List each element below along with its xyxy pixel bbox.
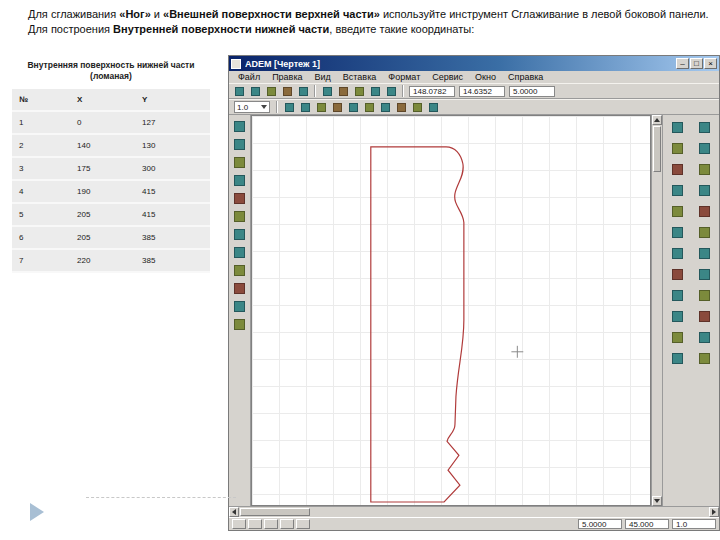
toolbar-view-icons xyxy=(281,100,441,114)
vertical-scroll-thumb[interactable] xyxy=(653,126,661,172)
explode-icon[interactable] xyxy=(665,244,689,263)
menu-item-2[interactable]: Правка xyxy=(266,72,308,82)
vertical-scroll-track[interactable] xyxy=(652,173,662,496)
status-field-1[interactable]: 5.0000 xyxy=(578,519,622,529)
polyline-icon[interactable] xyxy=(231,172,249,188)
coordinate-field-2[interactable]: 14.6352 xyxy=(459,86,505,97)
array-icon[interactable] xyxy=(692,160,716,179)
table-cell: 1 xyxy=(12,111,70,134)
move-icon[interactable] xyxy=(665,118,689,137)
drawing-canvas[interactable] xyxy=(251,115,651,506)
coordinate-field-3[interactable]: 5.0000 xyxy=(509,86,555,97)
measure-distance-icon[interactable] xyxy=(665,328,689,347)
scroll-down-button[interactable] xyxy=(652,496,662,506)
print-preview-icon[interactable] xyxy=(295,84,311,98)
new-file-icon[interactable] xyxy=(231,84,247,98)
zoom-out-icon[interactable] xyxy=(297,100,313,114)
undo-icon[interactable] xyxy=(367,84,383,98)
ortho-icon[interactable] xyxy=(692,307,716,326)
ortho-toggle-icon[interactable] xyxy=(264,519,278,529)
measure-icon[interactable] xyxy=(409,100,425,114)
profile-polyline[interactable] xyxy=(371,147,464,502)
scroll-left-button[interactable] xyxy=(229,507,239,517)
menu-item-3[interactable]: Вид xyxy=(309,72,337,82)
horizontal-scroll-thumb[interactable] xyxy=(240,508,310,516)
point-icon[interactable] xyxy=(231,136,249,152)
scroll-up-button[interactable] xyxy=(652,115,662,125)
close-button[interactable]: × xyxy=(704,58,717,69)
maximize-button[interactable]: □ xyxy=(690,58,703,69)
horizontal-scrollbar[interactable] xyxy=(229,506,719,517)
text-icon[interactable] xyxy=(231,262,249,278)
refresh-icon[interactable] xyxy=(345,100,361,114)
spline-icon[interactable] xyxy=(231,226,249,242)
menu-item-8[interactable]: Справка xyxy=(502,72,549,82)
redo-edit-icon[interactable] xyxy=(692,349,716,368)
undo-edit-icon[interactable] xyxy=(665,349,689,368)
grid-toggle-icon[interactable] xyxy=(361,100,377,114)
layer-toggle-icon[interactable] xyxy=(280,519,294,529)
status-field-2[interactable]: 45.000 xyxy=(625,519,669,529)
dimension-icon[interactable] xyxy=(231,298,249,314)
arc-icon[interactable] xyxy=(231,190,249,206)
menu-item-1[interactable]: Файл xyxy=(232,72,266,82)
cut-icon[interactable] xyxy=(319,84,335,98)
menu-item-5[interactable]: Формат xyxy=(382,72,426,82)
ungroup-icon[interactable] xyxy=(692,265,716,284)
coords-toggle-icon[interactable] xyxy=(296,519,310,529)
rotate-icon[interactable] xyxy=(665,139,689,158)
scroll-right-button[interactable] xyxy=(709,507,719,517)
vertical-scrollbar[interactable] xyxy=(651,115,662,506)
ortho-toggle-icon[interactable] xyxy=(377,100,393,114)
open-file-icon[interactable] xyxy=(247,84,263,98)
menu-item-7[interactable]: Окно xyxy=(469,72,502,82)
layers-icon[interactable] xyxy=(393,100,409,114)
pan-icon[interactable] xyxy=(329,100,345,114)
paste-icon[interactable] xyxy=(351,84,367,98)
hatch-icon[interactable] xyxy=(231,280,249,296)
select-icon[interactable] xyxy=(231,118,249,134)
coordinate-field-1[interactable]: 148.0782 xyxy=(409,86,455,97)
mirror-icon[interactable] xyxy=(692,139,716,158)
status-field-3[interactable]: 1.0 xyxy=(672,519,716,529)
zoom-combo[interactable]: 1.0 xyxy=(234,101,270,113)
print-icon[interactable] xyxy=(279,84,295,98)
grid-toggle-icon[interactable] xyxy=(248,519,262,529)
chamfer-icon[interactable] xyxy=(692,202,716,221)
join-icon[interactable] xyxy=(692,244,716,263)
info-icon[interactable] xyxy=(692,328,716,347)
circle-icon[interactable] xyxy=(231,208,249,224)
help-icon[interactable] xyxy=(425,100,441,114)
zoom-all-icon[interactable] xyxy=(313,100,329,114)
erase-icon[interactable] xyxy=(692,223,716,242)
fillet-icon[interactable] xyxy=(665,202,689,221)
scale-icon[interactable] xyxy=(665,160,689,179)
table-header-cell: X xyxy=(70,89,135,111)
properties-icon-glyph xyxy=(672,290,683,301)
save-icon[interactable] xyxy=(263,84,279,98)
layer-manager-icon[interactable] xyxy=(692,286,716,305)
menubar: ФайлПравкаВидВставкаФорматСервисОкноСпра… xyxy=(229,71,719,83)
properties-icon[interactable] xyxy=(665,286,689,305)
zoom-out-icon-glyph xyxy=(301,103,310,112)
extend-icon[interactable] xyxy=(692,181,716,200)
point-icon-glyph xyxy=(234,139,245,150)
copy-entity-icon[interactable] xyxy=(692,118,716,137)
group-icon[interactable] xyxy=(665,265,689,284)
copy-icon[interactable] xyxy=(335,84,351,98)
snap-icon[interactable] xyxy=(665,307,689,326)
menu-item-4[interactable]: Вставка xyxy=(337,72,382,82)
zoom-in-icon[interactable] xyxy=(281,100,297,114)
smooth-icon[interactable] xyxy=(231,316,249,332)
line-icon[interactable] xyxy=(231,154,249,170)
minimize-button[interactable]: – xyxy=(676,58,689,69)
snap-toggle-icon[interactable] xyxy=(232,519,246,529)
rectangle-icon[interactable] xyxy=(231,244,249,260)
titlebar[interactable]: ADEM [Чертеж 1] –□× xyxy=(229,56,719,71)
offset-icon[interactable] xyxy=(665,223,689,242)
horizontal-scroll-track[interactable] xyxy=(311,507,709,517)
zoom-in-icon-glyph xyxy=(285,103,294,112)
menu-item-6[interactable]: Сервис xyxy=(426,72,469,82)
trim-icon[interactable] xyxy=(665,181,689,200)
redo-icon[interactable] xyxy=(383,84,399,98)
